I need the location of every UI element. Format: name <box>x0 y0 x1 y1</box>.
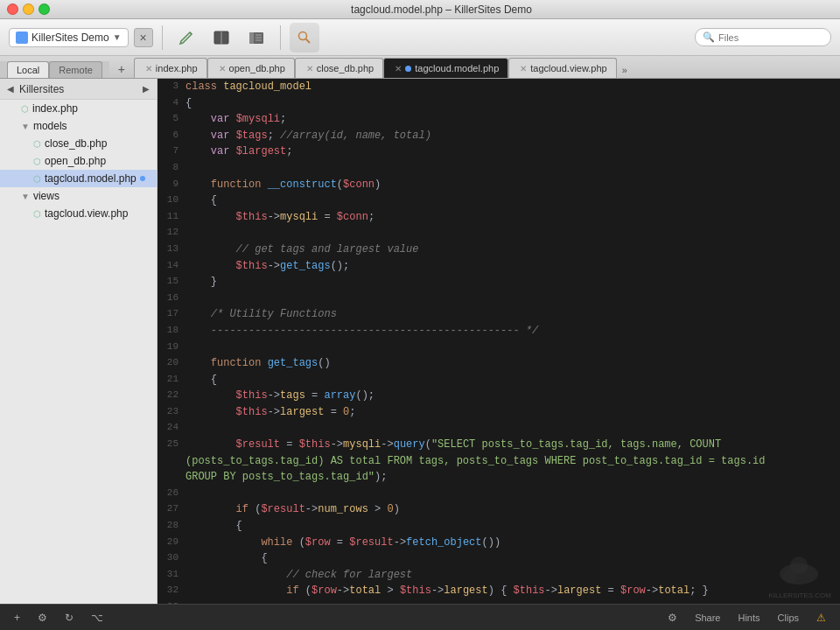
code-line: 8 <box>158 160 840 177</box>
svg-line-8 <box>305 38 310 43</box>
window-title: tagcloud.model.php – KillerSites Demo <box>50 4 833 16</box>
tab-close-icon[interactable]: ✕ <box>219 64 226 74</box>
code-line: 6 var $tags; //array(id, name, total) <box>158 128 840 144</box>
find-button[interactable] <box>290 23 319 52</box>
folder-icon: ▼ <box>21 122 30 131</box>
statusbar-left: + ⚙ ↻ ⌥ <box>9 610 108 626</box>
tab-close-icon[interactable]: ✕ <box>306 64 313 74</box>
new-tab-button[interactable]: + <box>113 60 130 78</box>
sidebar-item-tagcloud-model-php[interactable]: ⬡ tagcloud.model.php <box>0 170 157 187</box>
split-view-button[interactable] <box>206 23 236 52</box>
local-tab[interactable]: Local <box>7 61 49 78</box>
tab-label: tagcloud.model.php <box>415 63 499 74</box>
code-line: 33 <box>158 599 840 604</box>
share-label: Share <box>695 612 720 623</box>
gear-status-button[interactable]: ⚙ <box>32 610 52 626</box>
sidebar-item-models-folder[interactable]: ▼ models <box>0 117 157 135</box>
php-file-icon: ⬡ <box>33 157 41 166</box>
sidebar-nav-back[interactable]: ◀ <box>5 82 16 95</box>
sidebar-item-label: models <box>33 120 67 132</box>
code-line: 3 class tagcloud_model <box>158 79 840 95</box>
code-line: 5 var $mysqli; <box>158 111 840 128</box>
add-file-button[interactable]: × <box>134 28 153 47</box>
add-status-button[interactable]: + <box>9 610 25 626</box>
code-line: (posts_to_tags.tag_id) AS total FROM tag… <box>158 453 840 470</box>
sidebar-item-tagcloud-view-php[interactable]: ⬡ tagcloud.view.php <box>0 205 157 222</box>
code-line: 27 if ($result->num_rows > 0) <box>158 501 840 518</box>
code-content[interactable]: 3 class tagcloud_model 4 { 5 var $mysqli… <box>158 79 840 604</box>
sidebar: ◀ Killersites ▶ ⬡ index.php ▼ models ⬡ c… <box>0 79 158 604</box>
minimize-button[interactable] <box>23 4 34 15</box>
gear-icon: ⚙ <box>38 612 47 624</box>
svg-rect-3 <box>249 32 254 44</box>
close-button[interactable] <box>7 4 18 15</box>
search-box[interactable]: 🔍 <box>695 28 831 46</box>
code-line: 16 <box>158 290 840 307</box>
code-line: 25 $result = $this->mysqli->query("SELEC… <box>158 437 840 453</box>
settings-icon: ⚙ <box>668 612 677 624</box>
terminal-status-button[interactable]: ⌥ <box>86 610 108 626</box>
tab-open-db-php[interactable]: ✕ open_db.php <box>207 58 295 78</box>
search-icon: 🔍 <box>703 32 715 43</box>
sidebar-item-index-php[interactable]: ⬡ index.php <box>0 100 157 117</box>
sidebar-nav-forward[interactable]: ▶ <box>141 82 151 95</box>
code-line: 20 function get_tags() <box>158 355 840 372</box>
sidebar-item-label: index.php <box>32 102 78 115</box>
sidebar-item-close-db-php[interactable]: ⬡ close_db.php <box>0 135 157 152</box>
tab-close-icon[interactable]: ✕ <box>145 64 152 74</box>
code-line: 15 } <box>158 274 840 290</box>
edit-button[interactable] <box>172 23 201 52</box>
sync-status-button[interactable]: ↻ <box>60 610 79 626</box>
tab-close-icon[interactable]: ✕ <box>520 64 527 74</box>
code-editor[interactable]: 3 class tagcloud_model 4 { 5 var $mysqli… <box>158 79 840 604</box>
terminal-icon: ⌥ <box>91 612 103 624</box>
php-file-icon: ⬡ <box>33 139 41 149</box>
tab-overflow-button[interactable]: » <box>617 62 633 78</box>
code-line: 31 // check for largest <box>158 567 840 584</box>
code-line: GROUP BY posts_to_tags.tag_id"); <box>158 469 840 486</box>
remote-tab[interactable]: Remote <box>49 61 102 78</box>
folder-icon: ▼ <box>21 192 30 201</box>
traffic-lights[interactable] <box>7 4 50 15</box>
file-browser-button[interactable] <box>242 23 271 52</box>
php-file-icon: ⬡ <box>21 104 29 114</box>
local-remote-toggle: Local Remote <box>0 61 109 78</box>
settings-button[interactable]: ⚙ <box>662 610 682 626</box>
code-line: 4 { <box>158 95 840 112</box>
tab-index-php[interactable]: ✕ index.php <box>134 58 207 78</box>
sidebar-project-label: Killersites <box>19 83 137 95</box>
tab-tagcloud-model-php[interactable]: ✕ tagcloud.model.php <box>383 58 508 78</box>
project-selector[interactable]: KillerSites Demo ▼ <box>9 28 129 47</box>
code-line: 17 /* Utility Functions <box>158 306 840 323</box>
maximize-button[interactable] <box>38 4 50 15</box>
project-name: KillerSites Demo <box>32 32 109 44</box>
modified-indicator <box>140 176 145 181</box>
code-line: 23 $this->largest = 0; <box>158 404 840 421</box>
code-line: 26 <box>158 486 840 502</box>
sidebar-item-open-db-php[interactable]: ⬡ open_db.php <box>0 152 157 170</box>
search-input[interactable] <box>718 32 823 43</box>
code-line: 14 $this->get_tags(); <box>158 258 840 275</box>
code-line: 7 var $largest; <box>158 144 840 160</box>
chevron-down-icon: ▼ <box>113 32 122 42</box>
code-line: 32 if ($row->total > $this->largest) { $… <box>158 583 840 599</box>
sidebar-item-label: tagcloud.model.php <box>45 172 136 185</box>
tab-label: close_db.php <box>317 63 374 74</box>
share-button[interactable]: Share <box>690 611 725 625</box>
sidebar-item-views-folder[interactable]: ▼ views <box>0 187 157 205</box>
code-line: 19 <box>158 340 840 356</box>
svg-point-7 <box>298 32 306 39</box>
tab-modified-dot <box>405 66 411 72</box>
php-file-icon: ⬡ <box>33 174 41 184</box>
code-line: 30 { <box>158 550 840 567</box>
project-icon <box>16 32 28 44</box>
code-line: 9 function __construct($conn) <box>158 177 840 193</box>
tab-label: tagcloud.view.php <box>530 63 606 74</box>
toolbar-separator <box>162 25 163 50</box>
tab-label: open_db.php <box>229 63 285 74</box>
tab-close-db-php[interactable]: ✕ close_db.php <box>295 58 383 78</box>
tab-close-icon[interactable]: ✕ <box>395 64 402 74</box>
tab-tagcloud-view-php[interactable]: ✕ tagcloud.view.php <box>508 58 616 78</box>
tab-label: index.php <box>156 63 198 74</box>
sidebar-item-label: views <box>33 190 60 202</box>
